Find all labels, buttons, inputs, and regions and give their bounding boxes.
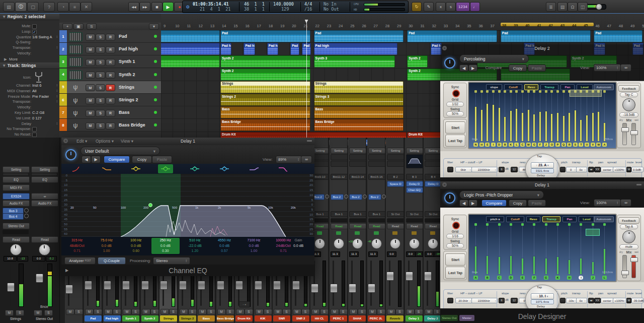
region[interactable]: Bass [314, 106, 404, 118]
parameter-value[interactable]: C-2 G8 [32, 110, 44, 115]
mute-button[interactable]: M [86, 59, 95, 66]
region[interactable] [161, 43, 220, 55]
region[interactable]: Strings 3 [314, 94, 404, 106]
stepper-icon[interactable]: ↕ [56, 45, 58, 49]
param-chip[interactable]: M [626, 298, 631, 303]
eq-band-button-3[interactable] [130, 166, 141, 172]
wet-slider[interactable] [631, 255, 636, 278]
paste-button[interactable]: Paste [528, 200, 546, 207]
param-chip[interactable]: 12 [511, 167, 518, 172]
tap-letter[interactable]: F [538, 143, 542, 147]
solo-button[interactable]: S [226, 309, 234, 315]
parameter-checkbox[interactable]: ✓ [32, 30, 37, 34]
tap-letter[interactable]: E [485, 143, 490, 147]
solo-button[interactable]: S [415, 309, 423, 315]
eq-band-readout-2[interactable]: 75.0 Hz0.0 dB1.00 [93, 238, 121, 254]
feedback-button[interactable]: Feedback [618, 85, 639, 92]
tap-letter[interactable]: G [532, 143, 536, 147]
param-chip[interactable] [560, 167, 566, 172]
tap-bar[interactable] [563, 116, 565, 141]
tap-letter[interactable]: M [526, 143, 531, 147]
mute-button[interactable]: M [86, 46, 95, 53]
solo-button[interactable]: S [358, 309, 366, 315]
setting-button[interactable]: Setting [425, 148, 442, 154]
track-name[interactable]: Synth 2 [119, 72, 154, 77]
mute-button[interactable]: M [406, 309, 415, 315]
plugin-power-button[interactable] [444, 57, 455, 69]
smart-controls-icon[interactable]: ≡ [69, 2, 80, 12]
feedback-value[interactable]: -18.5dB [619, 112, 638, 117]
region[interactable]: Strings [220, 81, 310, 93]
fader-cap[interactable] [311, 284, 318, 293]
eq-band-button-7[interactable] [249, 166, 260, 172]
region-inspector-header[interactable]: ▼ Region: 2 selected [0, 14, 59, 20]
send-slot[interactable]: Bus 4 [3, 213, 24, 220]
mute-button[interactable]: M [198, 309, 207, 315]
setting-button[interactable]: Setting [331, 148, 348, 154]
track-header-pad-high[interactable]: 2MSRPad high [59, 43, 161, 55]
band-gain[interactable]: 0.0 dB [93, 243, 121, 249]
track-sort-menu[interactable]: ▾ [149, 23, 159, 30]
band-q[interactable]: 0.71 [63, 248, 91, 254]
compare-button[interactable]: Compare [481, 200, 507, 207]
input-slot[interactable]: B 3 [406, 174, 423, 180]
fader-cap[interactable] [235, 281, 243, 290]
channel-name[interactable]: Delay 2 [424, 315, 441, 321]
empty-slot[interactable] [387, 161, 404, 167]
region[interactable]: Synth 3 [314, 55, 395, 68]
tap-bar[interactable] [481, 110, 482, 141]
rewind-button[interactable]: ◀◀ [128, 2, 139, 12]
automation-mode[interactable]: Read [387, 223, 404, 229]
audio-fx-slot[interactable]: Audio FX [31, 200, 58, 207]
parameter-value[interactable]: All [32, 89, 36, 93]
band-gain[interactable]: 0.0 dB [210, 243, 238, 249]
feedback-tap-ref[interactable]: Tap A [620, 224, 638, 229]
eq-titlebar[interactable]: × Edit ▾ Options ▾ View ▾ Delay 1 [61, 138, 314, 146]
track-header-synth-1[interactable]: 3MSRSynth 1 [59, 55, 161, 68]
group-expand-button[interactable]: - + [239, 301, 250, 307]
swing-value[interactable]: 50% [446, 243, 464, 248]
slider-thumb[interactable] [621, 271, 629, 275]
tap-letter[interactable]: J [591, 276, 595, 280]
fader-cap[interactable] [292, 281, 300, 290]
group-slot[interactable] [406, 218, 423, 223]
fader-cap[interactable] [368, 284, 375, 293]
automation-mode[interactable]: Read [3, 236, 30, 243]
stepper-icon[interactable]: ↕ [56, 94, 58, 98]
pan-knob[interactable] [371, 238, 382, 249]
tap-letter[interactable]: N [473, 143, 478, 147]
delay1-tap-display[interactable]: pitch aCutoffResoTranspPanLevelAutozoomA… [468, 214, 617, 282]
channel-name[interactable]: Bass Bridge [217, 315, 234, 321]
last-tap-button[interactable]: Last Tap [445, 135, 465, 147]
insert-slot[interactable]: Delay D [406, 181, 423, 187]
volume-value[interactable]: 0.0 [387, 251, 396, 257]
view-zoom-menu[interactable]: 100%↕ [594, 199, 621, 207]
fader-cap[interactable] [198, 281, 205, 290]
tap-bar[interactable] [504, 117, 506, 141]
send-knob[interactable] [363, 195, 367, 199]
channel-name[interactable]: Strings 2 [179, 315, 196, 321]
tap-bar[interactable] [551, 114, 552, 141]
view-zoom-menu[interactable]: 100%↕ [594, 64, 621, 72]
solo-button[interactable]: S [96, 97, 105, 104]
volume-value[interactable]: 0.0 [32, 256, 45, 262]
plugin-power-button[interactable] [444, 192, 455, 204]
channel-name[interactable]: PERC 1 [330, 315, 347, 321]
volume-value[interactable]: 11.3 [331, 251, 340, 257]
eq-band-readout-7[interactable]: 7100 Hz0.0 dB1.00 [240, 238, 268, 254]
tap-letter[interactable]: O [549, 143, 554, 147]
pan-knob[interactable] [390, 238, 400, 249]
solo-button[interactable]: S [96, 110, 105, 117]
band-q[interactable]: 1.00 [93, 248, 121, 254]
channel-name[interactable]: SHAK [349, 315, 366, 321]
gear-icon[interactable]: ⚙ [184, 3, 191, 10]
band-frequency[interactable]: 510 Hz [181, 238, 209, 243]
tap-bar[interactable] [545, 111, 547, 141]
send-knob[interactable] [344, 195, 348, 199]
metronome-icon[interactable]: ◔ [57, 2, 69, 12]
mute-button[interactable]: M [331, 309, 339, 315]
fader-cap[interactable] [179, 281, 187, 290]
midi-fx-slot[interactable]: MIDI FX [3, 184, 30, 191]
track-name[interactable]: Strings 2 [119, 97, 154, 102]
track-inspector-header[interactable]: ▼ Track: Strings [0, 62, 59, 69]
